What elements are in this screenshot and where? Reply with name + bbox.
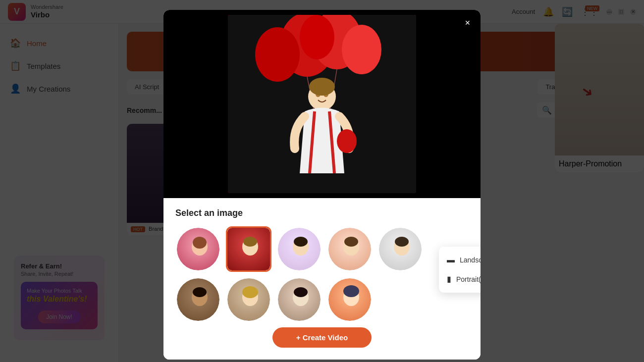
- svg-point-14: [193, 237, 207, 249]
- thumb-2[interactable]: [226, 226, 271, 272]
- portrait-option[interactable]: ▮ Portrait(9:16): [439, 269, 481, 289]
- thumb-4[interactable]: [327, 226, 373, 272]
- svg-point-20: [344, 237, 358, 247]
- modal-hero-image: [228, 15, 416, 193]
- svg-point-24: [193, 287, 207, 297]
- landscape-option[interactable]: ▬ Landscape(16:9): [439, 251, 481, 269]
- modal-bottom: Select an image: [163, 198, 481, 360]
- aspect-ratio-dropdown: ▬ Landscape(16:9) ▮ Portrait(9:16): [439, 247, 481, 293]
- svg-point-30: [343, 285, 359, 297]
- create-video-button[interactable]: + Create Video: [272, 327, 372, 348]
- thumb-3[interactable]: [276, 226, 322, 272]
- svg-point-5: [300, 15, 334, 59]
- svg-point-18: [294, 237, 308, 247]
- landscape-label: Landscape(16:9): [460, 256, 481, 264]
- svg-point-9: [337, 129, 357, 153]
- image-grid-row-1: [175, 226, 469, 272]
- landscape-icon: ▬: [447, 256, 455, 264]
- create-video-section: + Create Video: [175, 327, 469, 348]
- portrait-label: Portrait(9:16): [456, 275, 481, 283]
- thumb-8[interactable]: [276, 277, 322, 322]
- thumb-9[interactable]: [327, 277, 373, 322]
- svg-point-4: [342, 25, 381, 74]
- modal-close-button[interactable]: ✕: [461, 16, 475, 30]
- svg-point-28: [294, 287, 308, 297]
- svg-point-3: [255, 27, 300, 82]
- thumb-6[interactable]: [175, 277, 221, 322]
- svg-point-26: [242, 286, 258, 298]
- thumb-7[interactable]: [226, 277, 271, 322]
- image-grid-row-2: ▬ Landscape(16:9) ▮ Portrait(9:16) ➜: [175, 277, 469, 322]
- select-image-title: Select an image: [175, 208, 469, 218]
- thumb-5[interactable]: [377, 226, 423, 272]
- thumb-1[interactable]: [175, 226, 221, 272]
- svg-point-22: [395, 237, 409, 247]
- svg-point-16: [243, 237, 257, 247]
- image-select-modal: ✕: [163, 10, 481, 360]
- modal-hero-section: ✕: [163, 10, 481, 198]
- portrait-icon: ▮: [447, 274, 451, 284]
- svg-point-12: [309, 78, 335, 96]
